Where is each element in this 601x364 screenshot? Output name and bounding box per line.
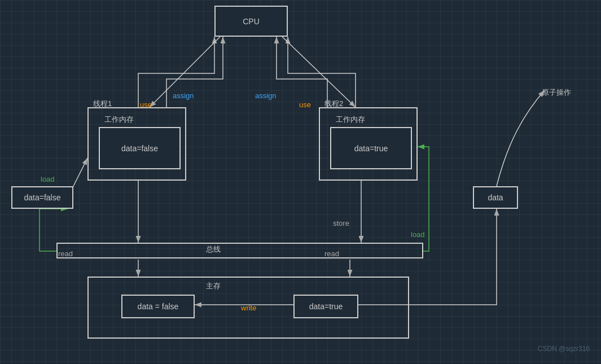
- store-label: store: [333, 219, 349, 227]
- thread1-work-mem-label: 工作内存: [104, 115, 134, 125]
- bus-label: 总线: [206, 244, 221, 255]
- thread2-value: data=true: [354, 144, 388, 153]
- cpu-box: CPU: [214, 6, 288, 37]
- use2-label: use: [299, 100, 311, 109]
- main-true-box: data=true: [293, 295, 358, 318]
- load1-label: load: [41, 175, 55, 183]
- main-false-label: data = false: [138, 302, 179, 311]
- main-mem-label: 主存: [206, 281, 221, 291]
- data-label: data: [488, 193, 503, 202]
- cpu-label: CPU: [243, 17, 260, 26]
- assign1-label: assign: [173, 91, 194, 100]
- read2-label: read: [324, 249, 339, 258]
- data-box: data: [473, 186, 518, 209]
- thread1-label: 线程1: [93, 99, 112, 109]
- watermark: CSDN @sqzr316: [538, 345, 590, 353]
- assign2-label: assign: [255, 91, 277, 100]
- write-label: write: [241, 304, 256, 312]
- read1-label: read: [58, 249, 73, 258]
- thread1-value: data=false: [121, 144, 158, 153]
- data-false-label: data=false: [24, 193, 61, 202]
- thread1-inner-box: data=false: [99, 127, 181, 169]
- use1-label: use: [140, 100, 152, 109]
- thread2-work-mem-label: 工作内存: [336, 115, 365, 125]
- thread2-inner-box: data=true: [330, 127, 412, 169]
- atomic-label: 原子操作: [542, 87, 571, 98]
- data-false-box: data=false: [11, 186, 73, 209]
- load2-label: load: [411, 230, 425, 239]
- main-false-box: data = false: [121, 295, 195, 318]
- thread2-label: 线程2: [324, 99, 343, 109]
- main-true-label: data=true: [309, 302, 343, 311]
- bus-bar: [56, 243, 423, 258]
